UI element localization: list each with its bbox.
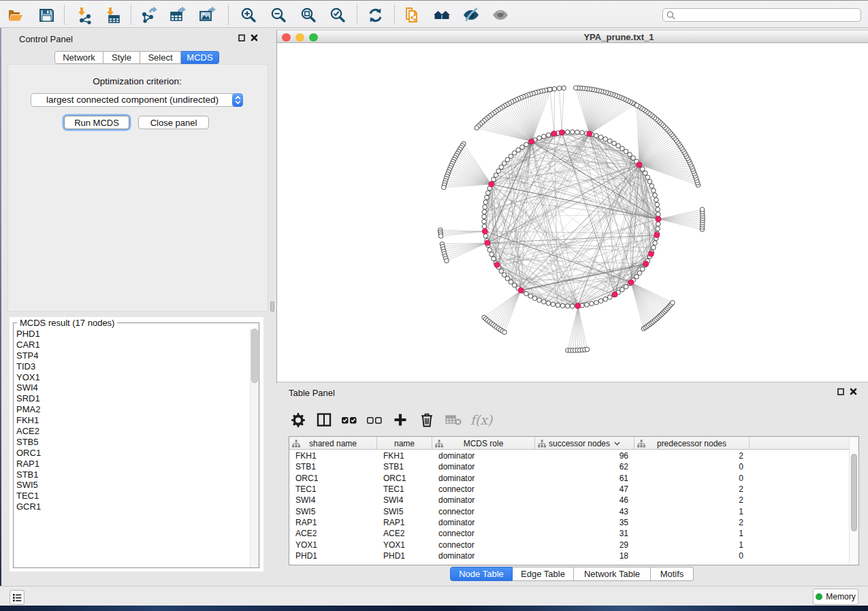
table-row-ACE2[interactable]: ACE2ACE2connector311 [289,528,849,539]
toolbar-separator [228,5,229,24]
close-panel-button[interactable]: Close panel [138,116,209,129]
tab-mcds[interactable]: MCDS [181,51,219,64]
mcds-result-item[interactable]: GCR1 [16,501,251,512]
cell-predecessor_nodes: 2 [634,450,750,461]
clone-network-icon[interactable] [403,5,422,24]
zoom-fit-icon[interactable] [298,5,317,24]
table-row-TEC1[interactable]: TEC1TEC1connector472 [289,484,849,495]
table-tab-motifs[interactable]: Motifs [651,567,694,581]
control-panel: Control Panel NetworkStyleSelectMCDS Opt… [5,30,269,585]
combo-arrows-icon [232,93,243,107]
mcds-list-scrollbar[interactable] [250,329,259,567]
search-input[interactable] [662,8,861,22]
import-table-icon[interactable] [103,5,122,24]
table-scrollbar-thumb[interactable] [851,454,857,531]
close-panel-icon[interactable] [251,34,258,42]
tab-style[interactable]: Style [103,51,140,64]
network-graph [277,44,868,382]
table-panel-tabs: Node TableEdge TableNetwork TableMotifs [450,567,694,581]
toolbar-separator [394,5,395,24]
float-table-panel-icon[interactable] [837,388,844,395]
table-row-PHD1[interactable]: PHD1PHD1dominator180 [289,550,849,561]
column-type-icon [637,440,645,448]
save-session-icon[interactable] [37,5,56,24]
table-row-ORC1[interactable]: ORC1ORC1dominator610 [289,473,849,484]
column-header-predecessor-nodes[interactable]: predecessor nodes [634,437,750,450]
table-row-STB1[interactable]: STB1STB1dominator620 [289,461,849,472]
mcds-result-item[interactable]: TEC1 [16,491,251,501]
network-frame-titlebar[interactable]: YPA_prune.txt_1 [277,30,868,43]
column-type-icon [435,440,443,448]
mcds-result-box: MCDS result (17 nodes) PHD1CAR1STP4TID3Y… [10,317,263,572]
cell-successor_nodes: 31 [535,528,634,539]
select-all-columns-icon[interactable] [340,411,358,429]
mcds-result-item[interactable]: SWI5 [16,480,251,491]
mcds-result-item[interactable]: SWI4 [16,382,251,393]
window-close-button[interactable] [282,33,291,42]
mcds-result-item[interactable]: STP4 [16,350,251,361]
hide-selected-icon[interactable] [462,5,481,24]
table-tab-network-table[interactable]: Network Table [574,567,651,581]
mcds-result-item[interactable]: ORC1 [16,448,251,459]
import-network-icon[interactable] [74,5,93,24]
table-row-RAP1[interactable]: RAP1RAP1dominator352 [289,517,849,528]
first-neighbors-icon[interactable] [432,5,451,24]
show-column-icon[interactable] [315,411,333,429]
memory-status-dot [816,593,822,600]
column-label: name [394,439,415,448]
mcds-result-item[interactable]: SRD1 [16,393,251,404]
sort-indicator-icon [614,442,620,446]
zoom-in-icon[interactable] [238,5,257,24]
tab-network[interactable]: Network [54,51,103,64]
table-row-SWI4[interactable]: SWI4SWI4dominator462 [289,495,849,506]
table-row-SWI5[interactable]: SWI5SWI5connector431 [289,506,849,517]
table-tab-node-table[interactable]: Node Table [450,567,513,581]
optimization-criterion-select[interactable]: largest connected component (undirected) [31,93,243,107]
tab-select[interactable]: Select [140,51,181,64]
window-zoom-button[interactable] [309,33,318,42]
mcds-result-item[interactable]: CAR1 [16,340,251,350]
mcds-result-item[interactable]: STB1 [16,469,251,480]
desktop-wallpaper-bottom-edge [0,606,868,611]
mcds-result-item[interactable]: FKH1 [16,415,251,426]
column-header-name[interactable]: name [377,437,432,450]
mcds-result-item[interactable]: RAP1 [16,459,251,469]
table-row-YOX1[interactable]: YOX1YOX1connector291 [289,540,849,550]
create-column-icon[interactable] [391,411,409,429]
table-tab-edge-table[interactable]: Edge Table [513,567,574,581]
export-network-icon[interactable] [140,5,159,24]
close-table-panel-icon[interactable] [850,388,857,395]
mcds-result-item[interactable]: PMA2 [16,404,251,415]
export-table-icon[interactable] [168,5,187,24]
table-options-icon[interactable] [289,411,306,429]
cell-name: ORC1 [377,473,432,484]
show-all-icon[interactable] [491,5,510,24]
unselect-all-columns-icon[interactable] [366,411,383,429]
column-header-successor-nodes[interactable]: successor nodes [535,437,634,450]
run-mcds-button[interactable]: Run MCDS [64,116,129,129]
open-session-icon[interactable] [5,5,25,24]
export-image-icon[interactable] [197,5,216,24]
mcds-result-item[interactable]: STB5 [16,437,251,448]
column-header-shared-name[interactable]: shared name [289,437,377,450]
float-panel-icon[interactable] [238,34,245,42]
zoom-selected-icon[interactable] [327,5,347,24]
mcds-result-title: MCDS result (17 nodes) [17,318,117,328]
mcds-result-item[interactable]: PHD1 [16,329,251,340]
memory-button[interactable]: Memory [813,589,858,605]
column-header-MCDS-role[interactable]: MCDS role [432,437,535,450]
delete-column-icon[interactable] [418,411,436,429]
refresh-icon[interactable] [366,5,385,24]
mcds-result-item[interactable]: YOX1 [16,372,251,383]
table-row-FKH1[interactable]: FKH1FKH1dominator962 [289,450,849,461]
task-history-button[interactable] [10,590,25,605]
network-canvas[interactable] [277,44,868,382]
window-minimize-button[interactable] [295,33,304,42]
mcds-list-scrollbar-thumb[interactable] [251,329,258,383]
table-scrollbar[interactable] [849,437,858,565]
cell-predecessor_nodes: 1 [634,506,750,517]
zoom-out-icon[interactable] [268,5,287,24]
mcds-result-item[interactable]: TID3 [16,361,251,372]
vertical-splitter-handle[interactable] [270,301,274,312]
mcds-result-item[interactable]: ACE2 [16,426,251,437]
